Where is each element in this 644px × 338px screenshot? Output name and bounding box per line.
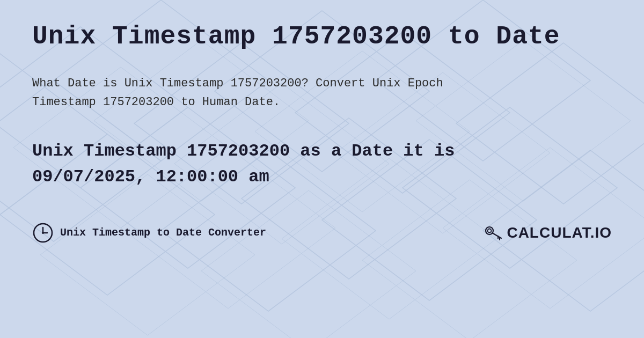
logo-icon [483, 223, 502, 243]
description: What Date is Unix Timestamp 1757203200? … [32, 74, 612, 112]
logo-text: CALCULAT.IO [507, 224, 612, 241]
page-title: Unix Timestamp 1757203200 to Date [32, 21, 612, 53]
site-logo: CALCULAT.IO [483, 223, 612, 243]
svg-point-35 [42, 232, 44, 234]
footer-label: Unix Timestamp to Date Converter [60, 226, 266, 239]
footer: Unix Timestamp to Date Converter CALCULA… [32, 222, 612, 244]
result-text: Unix Timestamp 1757203200 as a Date it i… [32, 138, 612, 190]
clock-icon [32, 222, 54, 244]
svg-point-37 [488, 229, 492, 232]
footer-left: Unix Timestamp to Date Converter [32, 222, 266, 244]
